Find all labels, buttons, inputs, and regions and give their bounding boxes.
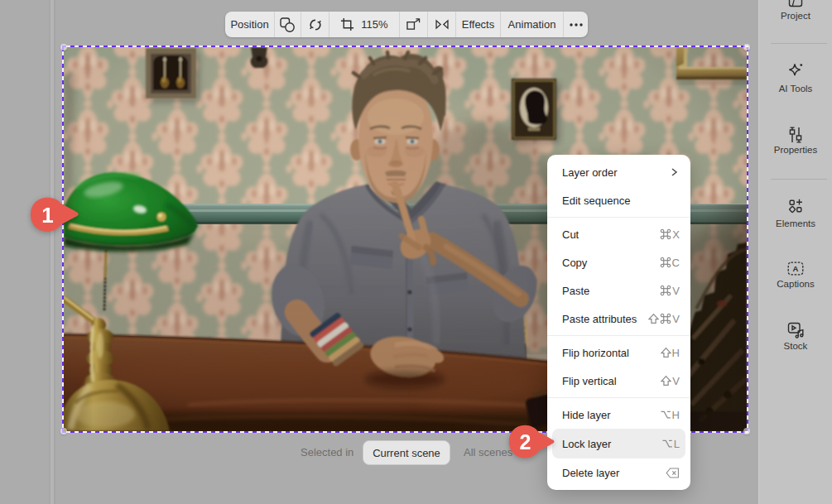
svg-text:A: A — [793, 264, 799, 273]
svg-text:1: 1 — [41, 203, 53, 228]
svg-text:2: 2 — [520, 430, 531, 454]
